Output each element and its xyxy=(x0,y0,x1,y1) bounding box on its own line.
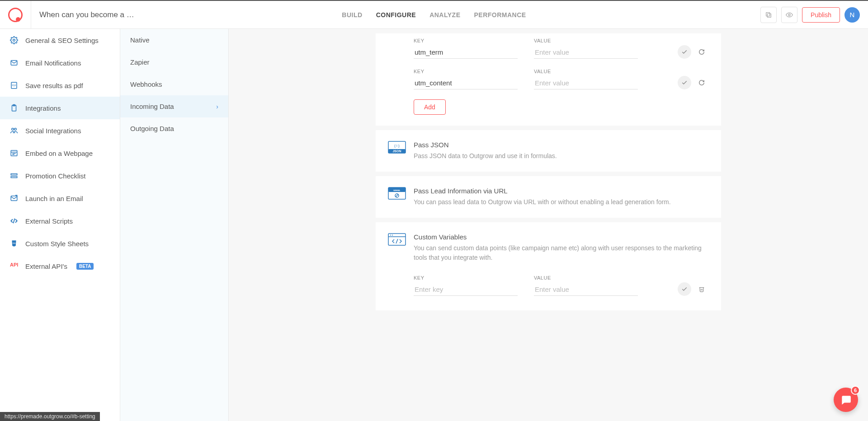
sidebar-item-promotion-checklist[interactable]: Promotion Checklist xyxy=(0,164,120,187)
custom-variables-panel: Custom Variables You can send custom dat… xyxy=(376,222,721,310)
svg-point-32 xyxy=(392,235,393,236)
value-label: VALUE xyxy=(534,275,638,281)
preview-icon-button[interactable] xyxy=(781,7,797,23)
sidebar-item-label: Social Integrations xyxy=(25,127,81,135)
value-label: VALUE xyxy=(534,38,638,43)
status-bar-url: https://premade.outgrow.co/#b-setting xyxy=(0,412,100,421)
sidebar-item-launch-email[interactable]: Launch in an Email xyxy=(0,187,120,210)
sidebar-item-custom-stylesheets[interactable]: css Custom Style Sheets xyxy=(0,232,120,255)
refresh-button[interactable] xyxy=(695,45,708,59)
sidebar-item-label: Promotion Checklist xyxy=(25,172,85,180)
kv-row: KEY VALUE xyxy=(414,275,708,296)
header-divider xyxy=(31,1,31,29)
refresh-button[interactable] xyxy=(695,76,708,89)
launch-mail-icon xyxy=(10,194,18,202)
main-nav: BUILD CONFIGURE ANALYZE PERFORMANCE xyxy=(342,11,526,19)
sidebar-item-social-integrations[interactable]: Social Integrations xyxy=(0,119,120,142)
pdf-icon: PDF xyxy=(10,81,18,89)
svg-point-31 xyxy=(390,235,391,236)
header: When can you become a … BUILD CONFIGURE … xyxy=(0,1,868,29)
svg-rect-16 xyxy=(11,177,17,178)
chat-fab[interactable]: 6 xyxy=(834,388,858,412)
sidebar2-label: Zapier xyxy=(130,58,150,66)
svg-text:www.: www. xyxy=(393,189,401,192)
json-icon: JSON{ i } xyxy=(387,141,406,154)
sidebar-item-label: Embed on a Webpage xyxy=(25,150,93,157)
sidebar2-item-outgoing-data[interactable]: Outgoing Data xyxy=(120,117,228,140)
nav-performance[interactable]: PERFORMANCE xyxy=(474,11,526,19)
sidebar-item-external-apis[interactable]: API External API's BETA xyxy=(0,255,120,277)
svg-point-3 xyxy=(13,39,15,42)
svg-point-9 xyxy=(12,128,14,131)
sidebar-item-integrations[interactable]: Integrations xyxy=(0,97,120,119)
main-content: KEY VALUE KEY VALUE xyxy=(229,29,868,421)
sidebar2-label: Incoming Data xyxy=(130,103,174,110)
sidebar2-item-zapier[interactable]: Zapier xyxy=(120,51,228,73)
sidebar2-item-native[interactable]: Native xyxy=(120,29,228,51)
confirm-button[interactable] xyxy=(678,45,691,59)
sidebar-item-label: External API's xyxy=(25,262,67,270)
nav-build[interactable]: BUILD xyxy=(342,11,362,19)
panel-description: Pass JSON data to Outgrow and use it in … xyxy=(414,151,708,161)
duplicate-icon-button[interactable] xyxy=(760,7,777,23)
logo[interactable] xyxy=(8,8,23,22)
nav-analyze[interactable]: ANALYZE xyxy=(429,11,460,19)
sidebar-item-embed-webpage[interactable]: Embed on a Webpage xyxy=(0,142,120,164)
gear-icon xyxy=(10,36,18,44)
nav-configure[interactable]: CONFIGURE xyxy=(376,11,416,19)
svg-text:css: css xyxy=(13,242,16,244)
svg-rect-15 xyxy=(11,174,17,175)
avatar[interactable]: N xyxy=(844,7,860,23)
key-input[interactable] xyxy=(414,77,518,89)
sidebar-item-save-pdf[interactable]: PDF Save results as pdf xyxy=(0,74,120,97)
sidebar-item-label: Launch in an Email xyxy=(25,195,83,202)
svg-text:{ i }: { i } xyxy=(394,144,400,148)
page-title: When can you become a … xyxy=(39,10,134,19)
people-icon xyxy=(10,126,18,135)
value-input[interactable] xyxy=(534,77,638,89)
css-icon: css xyxy=(10,239,18,248)
sidebar-item-email-notifications[interactable]: Email Notifications xyxy=(0,51,120,74)
add-button[interactable]: Add xyxy=(414,99,446,115)
sidebar-secondary: Native Zapier Webhooks Incoming Data › O… xyxy=(120,29,229,421)
sidebar2-item-webhooks[interactable]: Webhooks xyxy=(120,73,228,95)
panel-title: Pass Lead Information via URL xyxy=(414,187,708,195)
value-input[interactable] xyxy=(534,46,638,59)
publish-button[interactable]: Publish xyxy=(802,7,840,23)
confirm-button[interactable] xyxy=(678,76,691,89)
api-icon: API xyxy=(10,262,18,270)
sidebar2-label: Webhooks xyxy=(130,80,162,88)
value-input[interactable] xyxy=(534,283,638,296)
clipboard-icon xyxy=(10,104,18,112)
sidebar-item-general-seo[interactable]: General & SEO Settings xyxy=(0,29,120,51)
pass-lead-panel: www. Pass Lead Information via URL You c… xyxy=(376,176,721,218)
key-label: KEY xyxy=(414,69,518,74)
svg-text:PDF: PDF xyxy=(12,84,16,87)
pass-json-panel: JSON{ i } Pass JSON Pass JSON data to Ou… xyxy=(376,130,721,172)
sidebar-item-label: General & SEO Settings xyxy=(25,37,99,44)
sidebar-item-external-scripts[interactable]: External Scripts xyxy=(0,210,120,232)
panel-description: You can pass lead data to Outgrow via UR… xyxy=(414,197,708,207)
kv-row: KEY VALUE xyxy=(414,69,708,89)
sidebar2-item-incoming-data[interactable]: Incoming Data › xyxy=(120,95,228,117)
svg-point-2 xyxy=(788,14,790,16)
panel-title: Pass JSON xyxy=(414,141,708,149)
embed-icon xyxy=(10,149,18,157)
sidebar-item-label: Custom Style Sheets xyxy=(25,240,89,248)
key-input[interactable] xyxy=(414,283,518,296)
svg-line-33 xyxy=(396,239,398,243)
sidebar2-label: Outgoing Data xyxy=(130,125,174,132)
chat-badge: 6 xyxy=(851,386,860,395)
panel-description: You can send custom data points (like ca… xyxy=(414,243,708,262)
confirm-button[interactable] xyxy=(678,282,691,296)
sidebar-primary: General & SEO Settings Email Notificatio… xyxy=(0,29,120,421)
sidebar-item-label: Email Notifications xyxy=(25,59,81,67)
sidebar-item-label: External Scripts xyxy=(25,217,73,225)
svg-point-10 xyxy=(14,128,17,131)
delete-button[interactable] xyxy=(695,282,708,296)
utm-panel: KEY VALUE KEY VALUE xyxy=(376,33,721,126)
sidebar-item-label: Save results as pdf xyxy=(25,82,83,89)
beta-badge: BETA xyxy=(76,263,94,270)
sidebar-item-label: Integrations xyxy=(25,104,61,112)
key-input[interactable] xyxy=(414,46,518,59)
